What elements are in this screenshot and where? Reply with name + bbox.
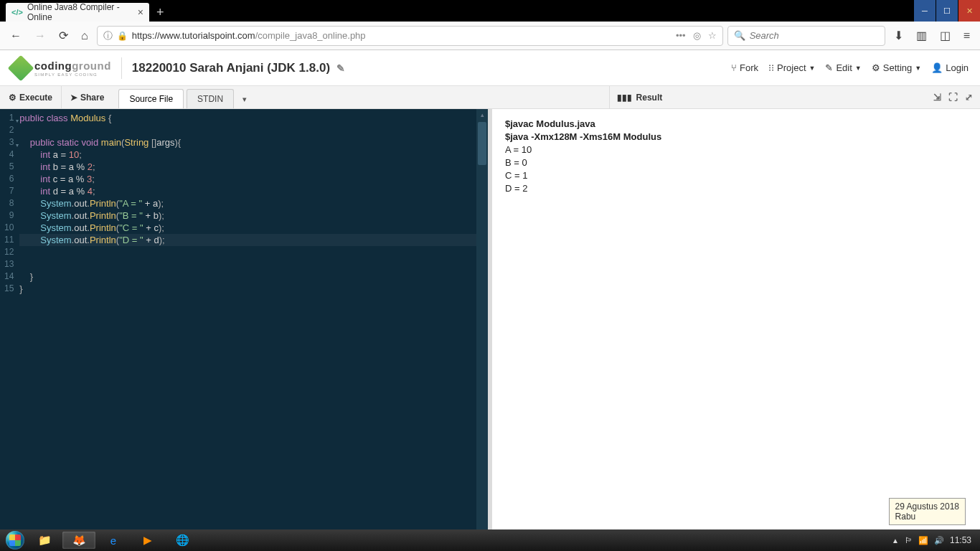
- tab-source-file[interactable]: Source File: [118, 89, 184, 108]
- new-tab-button[interactable]: +: [149, 3, 171, 22]
- divider: [121, 57, 122, 79]
- compress-icon[interactable]: ⇲: [933, 92, 941, 103]
- taskbar-app-ie[interactable]: e: [97, 532, 130, 549]
- volume-icon[interactable]: 🔊: [934, 536, 944, 545]
- downloads-button[interactable]: ⬇: [890, 26, 908, 45]
- chevron-down-icon: ▼: [809, 65, 816, 72]
- maximize-button[interactable]: ☐: [936, 0, 958, 22]
- project-title-text: 18220010 Sarah Anjani (JDK 1.8.0): [132, 61, 330, 75]
- edit-title-icon[interactable]: ✎: [336, 62, 345, 74]
- minimize-button[interactable]: ─: [914, 0, 936, 22]
- cogs-icon: ⚙: [9, 93, 17, 103]
- fork-icon: ⑂: [731, 62, 737, 73]
- execute-button[interactable]: ⚙Execute: [0, 93, 61, 103]
- person-icon: 👤: [931, 62, 943, 73]
- start-button[interactable]: [3, 529, 27, 551]
- share-icon: ➤: [70, 93, 77, 103]
- scroll-up-icon[interactable]: ▴: [476, 109, 488, 121]
- page-header: codingground SIMPLY EASY CODING 18220010…: [0, 50, 980, 86]
- project-title: 18220010 Sarah Anjani (JDK 1.8.0) ✎: [132, 61, 345, 75]
- site-logo[interactable]: codingground SIMPLY EASY CODING: [11, 59, 111, 77]
- url-bar[interactable]: ⓘ 🔒 https://www.tutorialspoint.com/compi…: [97, 26, 723, 46]
- tooltip-date-line1: 29 Agustus 2018: [895, 501, 959, 512]
- edit-link[interactable]: ✎Edit▼: [825, 62, 861, 73]
- more-icon[interactable]: •••: [676, 30, 686, 41]
- expand-icon[interactable]: ⛶: [948, 92, 958, 103]
- favicon-icon: </>: [11, 8, 23, 17]
- back-button[interactable]: ←: [6, 27, 26, 45]
- browser-tab[interactable]: </> Online Java8 Compiler - Online ×: [6, 3, 149, 22]
- line-gutter: 1▾23▾456789101112131415: [0, 109, 19, 551]
- project-icon: ⁝⁝: [768, 62, 774, 73]
- bars-icon: ▮▮▮: [617, 93, 632, 103]
- gear-icon: ⚙: [872, 62, 880, 73]
- project-link[interactable]: ⁝⁝Project▼: [768, 62, 815, 73]
- browser-navbar: ← → ⟳ ⌂ ⓘ 🔒 https://www.tutorialspoint.c…: [0, 22, 980, 50]
- search-bar[interactable]: 🔍: [727, 26, 885, 46]
- code-editor[interactable]: 1▾23▾456789101112131415 public class Mod…: [0, 109, 488, 551]
- system-tray[interactable]: ▲ 🏳 📶 🔊 11:53: [886, 535, 977, 545]
- tray-chevron-icon[interactable]: ▲: [892, 537, 899, 545]
- forward-button[interactable]: →: [30, 27, 50, 45]
- tab-stdin[interactable]: STDIN: [187, 89, 234, 108]
- tab-close-icon[interactable]: ×: [138, 6, 143, 18]
- windows-orb-icon: [6, 531, 24, 550]
- search-icon: 🔍: [734, 30, 745, 41]
- sidebar-button[interactable]: ◫: [936, 26, 955, 45]
- edit-icon: ✎: [825, 62, 833, 73]
- clock[interactable]: 11:53: [950, 535, 971, 545]
- tab-title: Online Java8 Compiler - Online: [27, 2, 129, 22]
- logo-text-2: ground: [72, 60, 111, 72]
- login-link[interactable]: 👤Login: [931, 62, 969, 73]
- home-button[interactable]: ⌂: [77, 27, 93, 45]
- editor-toolbar: ⚙Execute ➤Share Source File STDIN ▾ ▮▮▮ …: [0, 86, 980, 109]
- window-titlebar: </> Online Java8 Compiler - Online × + ─…: [0, 0, 980, 22]
- scrollbar-thumb[interactable]: [478, 122, 486, 165]
- setting-link[interactable]: ⚙Setting▼: [872, 62, 921, 73]
- logo-subtitle: SIMPLY EASY CODING: [34, 72, 111, 77]
- editor-scrollbar[interactable]: ▴: [476, 109, 488, 551]
- search-input[interactable]: [750, 30, 879, 41]
- taskbar-app-chrome[interactable]: 🌐: [166, 532, 199, 549]
- close-button[interactable]: ✕: [958, 0, 980, 22]
- code-content[interactable]: public class Modulus { public static voi…: [19, 109, 488, 551]
- flag-icon[interactable]: 🏳: [905, 536, 913, 545]
- bookmark-icon[interactable]: ☆: [708, 30, 717, 41]
- taskbar-app-media[interactable]: ▶: [131, 532, 164, 549]
- chevron-down-icon: ▼: [915, 65, 921, 72]
- url-text: https://www.tutorialspoint.com/compile_j…: [132, 30, 366, 41]
- taskbar-app-explorer[interactable]: 📁: [28, 532, 61, 549]
- logo-text-1: coding: [34, 60, 72, 72]
- share-button[interactable]: ➤Share: [62, 93, 113, 103]
- fullscreen-icon[interactable]: ⤢: [965, 92, 973, 103]
- library-button[interactable]: ▥: [912, 26, 931, 45]
- network-icon[interactable]: 📶: [918, 536, 928, 545]
- menu-button[interactable]: ≡: [959, 27, 974, 45]
- tab-menu-icon[interactable]: ▾: [237, 90, 253, 108]
- logo-icon: [8, 55, 34, 81]
- taskbar-app-firefox[interactable]: 🦊: [62, 532, 95, 549]
- lock-icon: 🔒: [117, 31, 128, 41]
- windows-taskbar: 📁 🦊 e ▶ 🌐 ▲ 🏳 📶 🔊 11:53: [0, 529, 980, 551]
- tooltip-date-line2: Rabu: [895, 512, 959, 522]
- info-icon[interactable]: ⓘ: [103, 29, 113, 42]
- reader-icon[interactable]: ◎: [693, 30, 701, 41]
- result-pane: $javac Modulus.java$java -Xmx128M -Xms16…: [492, 109, 980, 551]
- reload-button[interactable]: ⟳: [55, 26, 72, 45]
- fork-link[interactable]: ⑂Fork: [731, 62, 758, 73]
- date-tooltip: 29 Agustus 2018 Rabu: [889, 498, 966, 525]
- result-title: Result: [636, 93, 929, 103]
- chevron-down-icon: ▼: [855, 65, 862, 72]
